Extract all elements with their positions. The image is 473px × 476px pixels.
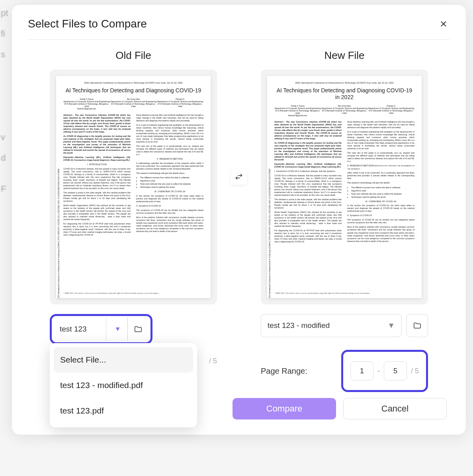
dropdown-select-file[interactable]: Select File...	[54, 347, 193, 373]
chevron-down-icon: ▼	[115, 326, 121, 333]
chevron-down-icon: ▼	[387, 321, 395, 330]
old-file-dropdown-toggle[interactable]: ▼	[106, 318, 127, 341]
dropdown-item-modified[interactable]: test 123 - modified.pdf	[54, 373, 193, 398]
new-file-browse-button[interactable]	[407, 314, 428, 337]
cancel-button[interactable]: Cancel	[343, 398, 447, 419]
page-to-input[interactable]	[384, 361, 407, 380]
document-footer: © IEEE 2022. This article is free to acc…	[274, 292, 414, 294]
conference-header: 2022 International Conference for Advanc…	[63, 82, 203, 84]
swap-icon	[235, 173, 243, 181]
old-file-dropdown: Select File... test 123 - modified.pdf t…	[50, 343, 197, 427]
conference-header: 2022 International Conference for Advanc…	[274, 82, 414, 84]
document-thumbnail: 2022 International Conference for Advanc…	[56, 76, 211, 298]
range-dash: -	[377, 367, 380, 375]
folder-icon	[134, 325, 143, 334]
paper-title: AI Techniques for Detecting and Diagnosi…	[274, 87, 414, 101]
modal-buttons: Compare Cancel	[233, 398, 447, 419]
old-file-select[interactable]: test 123	[53, 318, 106, 341]
compare-files-modal: Select Files to Compare Old File 2022 In…	[12, 5, 466, 435]
document-body: Abstract— The new Coronavirus infection …	[274, 121, 414, 245]
old-file-select-highlight: test 123 ▼	[50, 314, 152, 344]
old-file-browse-button[interactable]	[127, 318, 149, 341]
new-file-preview[interactable]: 2022 International Conference for Advanc…	[261, 70, 428, 304]
folder-icon	[413, 321, 422, 330]
close-icon	[439, 19, 448, 29]
document-footer: © IEEE 2022. This article is free to acc…	[63, 292, 203, 294]
new-file-selected-name: test 123 - modified	[268, 321, 330, 330]
new-file-select[interactable]: test 123 - modified ▼	[261, 314, 402, 337]
new-page-total: / 5	[411, 367, 419, 375]
authors-row: Kshitij C KarneDepartment of Computer Sc…	[274, 105, 414, 117]
document-body: Abstract— The new Coronavirus infection …	[63, 114, 203, 236]
compare-button[interactable]: Compare	[233, 398, 336, 419]
page-range-label: Page Range:	[261, 367, 336, 376]
authors-row: Kshitij C KarneDepartment of Computer Sc…	[63, 98, 203, 110]
document-sideline: 2022 International Conference for Advanc…	[269, 124, 271, 298]
old-file-preview[interactable]: 2022 International Conference for Advanc…	[50, 70, 217, 304]
old-file-pane: Old File 2022 International Conference f…	[38, 49, 229, 392]
old-file-label: Old File	[115, 49, 151, 62]
new-file-pane: New File 2022 International Conference f…	[249, 49, 440, 392]
paper-title: AI Techniques for Detecting and Diagnosi…	[63, 87, 203, 94]
dropdown-item-test123[interactable]: test 123.pdf	[54, 398, 193, 423]
page-from-input[interactable]	[350, 361, 373, 380]
background-content: ptfisvdF	[0, 0, 12, 476]
close-button[interactable]	[437, 18, 450, 31]
old-page-total: / 5	[209, 357, 217, 365]
page-range-highlight: - / 5	[341, 350, 428, 392]
swap-files-button[interactable]	[231, 169, 247, 185]
document-sideline: 2022 International Conference for Advanc…	[58, 124, 60, 298]
old-file-selected-name: test 123	[60, 325, 87, 334]
modal-title: Select Files to Compare	[28, 18, 147, 30]
modal-header: Select Files to Compare	[28, 18, 450, 40]
new-file-label: New File	[324, 49, 364, 62]
document-thumbnail: 2022 International Conference for Advanc…	[267, 76, 422, 298]
